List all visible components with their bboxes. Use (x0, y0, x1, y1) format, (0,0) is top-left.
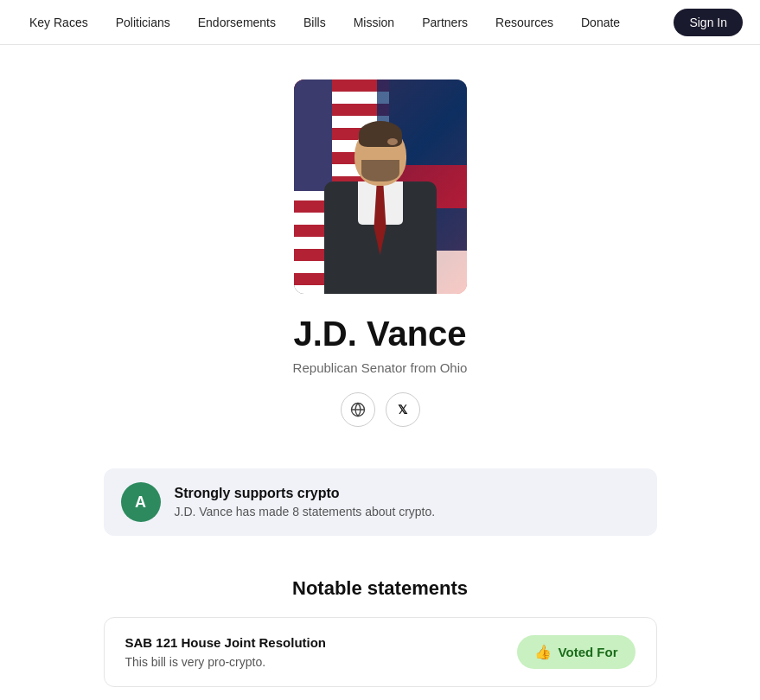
bill-name: SAB 121 House Joint Resolution (125, 635, 327, 650)
support-title: Strongly supports crypto (175, 486, 436, 501)
nav-item-resources[interactable]: Resources (483, 10, 565, 35)
politician-title: Republican Senator from Ohio (293, 360, 468, 375)
x-icon: 𝕏 (398, 403, 407, 417)
sign-in-button[interactable]: Sign In (674, 9, 743, 36)
nav-item-mission[interactable]: Mission (342, 10, 406, 35)
nav-item-donate[interactable]: Donate (569, 10, 632, 35)
nav-item-key-races[interactable]: Key Races (17, 10, 100, 35)
main-nav: Key Races Politicians Endorsements Bills… (0, 0, 760, 45)
main-content: J.D. Vance Republican Senator from Ohio … (0, 45, 760, 700)
website-icon-button[interactable] (341, 392, 375, 427)
politician-name: J.D. Vance (293, 315, 466, 353)
social-icons: 𝕏 (341, 392, 420, 427)
support-description: J.D. Vance has made 8 statements about c… (175, 505, 436, 519)
twitter-icon-button[interactable]: 𝕏 (386, 392, 420, 427)
profile-image-container (294, 80, 467, 294)
globe-icon (350, 402, 366, 417)
crypto-support-badge: A (121, 482, 161, 522)
voted-for-button[interactable]: 👍 Voted For (517, 635, 635, 669)
thumbs-up-icon: 👍 (534, 644, 552, 660)
support-text-group: Strongly supports crypto J.D. Vance has … (175, 486, 436, 519)
nav-item-endorsements[interactable]: Endorsements (186, 10, 288, 35)
support-card: A Strongly supports crypto J.D. Vance ha… (104, 468, 657, 536)
nav-item-bills[interactable]: Bills (291, 10, 338, 35)
nav-item-politicians[interactable]: Politicians (104, 10, 182, 35)
bill-description: This bill is very pro-crypto. (125, 655, 327, 669)
voted-for-label: Voted For (559, 645, 618, 659)
notable-statements-title: Notable statements (292, 577, 468, 600)
bill-info: SAB 121 House Joint Resolution This bill… (125, 635, 327, 669)
bill-card: SAB 121 House Joint Resolution This bill… (104, 617, 657, 687)
nav-item-partners[interactable]: Partners (410, 10, 480, 35)
